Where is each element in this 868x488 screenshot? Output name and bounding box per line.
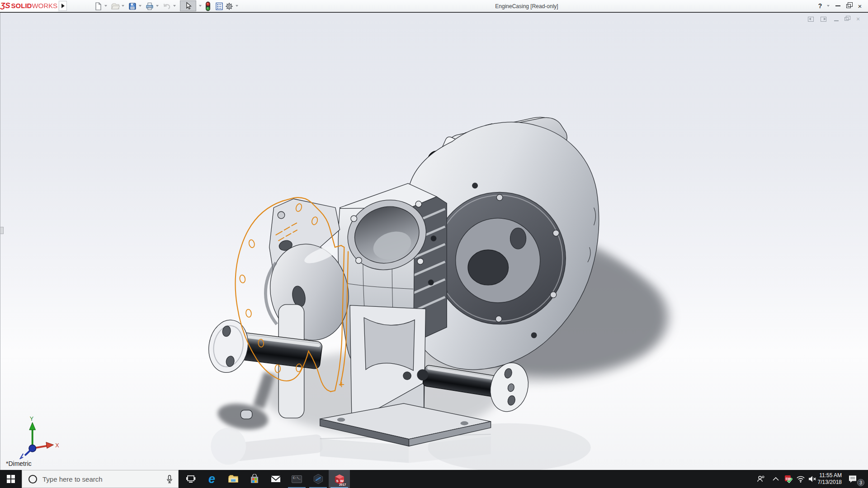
feature-panel-collapsed-tab[interactable] xyxy=(0,227,4,234)
solidworks-status-button[interactable]: SW xyxy=(782,470,795,488)
traffic-light-icon xyxy=(204,1,212,11)
print-button[interactable] xyxy=(145,1,155,11)
select-cursor-icon xyxy=(184,1,193,10)
save-button[interactable] xyxy=(127,1,137,11)
microphone-icon[interactable] xyxy=(166,475,173,484)
axle-shadow xyxy=(216,372,275,433)
doc-minimize-button[interactable] xyxy=(833,15,840,23)
restore-button[interactable] xyxy=(845,2,852,10)
chevron-up-icon xyxy=(773,477,779,481)
command-prompt-icon: C:\_ xyxy=(292,475,302,483)
help-caret[interactable] xyxy=(827,5,830,7)
store-icon xyxy=(250,474,259,484)
search-placeholder: Type here to search xyxy=(42,475,103,483)
print-icon xyxy=(145,2,154,11)
notification-badge: 3 xyxy=(857,479,864,486)
options-button[interactable] xyxy=(224,1,234,11)
people-button[interactable] xyxy=(754,470,768,488)
close-button[interactable]: × xyxy=(856,2,863,10)
doc-close-button[interactable]: × xyxy=(855,15,861,23)
task-view-icon xyxy=(186,475,196,483)
wifi-icon xyxy=(796,475,805,483)
display-pane-button[interactable] xyxy=(214,1,224,11)
mail-button[interactable] xyxy=(265,470,286,488)
hexagon-app-icon xyxy=(313,474,324,484)
clock-time: 11:55 AM xyxy=(819,472,842,479)
gear-icon xyxy=(225,2,234,11)
solidworks-status-icon: SW xyxy=(784,475,793,483)
minimize-icon xyxy=(835,5,840,6)
minimize-button[interactable] xyxy=(834,2,841,10)
new-document-icon xyxy=(94,2,103,11)
triad-y-label: Y xyxy=(30,416,34,422)
people-icon xyxy=(757,475,765,483)
document-title: EngineCasing [Read-only] xyxy=(495,3,558,9)
engine-casing-model: Y X xyxy=(0,13,868,470)
solidworks-logo-text: ƷSSOLIDWORKS xyxy=(0,1,57,10)
triad-x-label: X xyxy=(55,442,59,449)
pane-left-icon xyxy=(809,18,811,20)
start-button[interactable] xyxy=(0,470,22,488)
properties-list-icon xyxy=(215,2,224,11)
solidworks-logo: ƷSSOLIDWORKS xyxy=(0,0,58,12)
view-orientation-label: *Dimetric xyxy=(6,460,32,467)
mail-icon xyxy=(270,475,281,483)
open-caret[interactable] xyxy=(122,5,124,7)
new-caret[interactable] xyxy=(104,5,107,7)
new-button[interactable] xyxy=(93,1,103,11)
hexagon-app-button[interactable] xyxy=(307,470,329,488)
restore-icon xyxy=(846,4,851,8)
edge-button[interactable]: e xyxy=(201,470,222,488)
undo-arrow-icon xyxy=(162,2,171,11)
pane-toggle-right-button[interactable] xyxy=(821,15,826,23)
svg-text:W: W xyxy=(340,479,344,483)
doc-restore-button[interactable] xyxy=(843,15,849,23)
taskbar-search-input[interactable]: Type here to search xyxy=(22,470,179,488)
file-explorer-icon xyxy=(228,474,239,483)
store-button[interactable] xyxy=(244,470,265,488)
title-bar: ƷSSOLIDWORKS xyxy=(0,0,868,12)
doc-minimize-icon xyxy=(834,20,839,21)
command-prompt-button[interactable]: C:\_ xyxy=(286,470,307,488)
solidworks-2017-button[interactable]: S W 2017 xyxy=(329,470,350,488)
open-folder-icon xyxy=(111,2,120,11)
doc-restore-icon xyxy=(844,17,849,21)
save-floppy-icon xyxy=(128,2,137,11)
undo-button[interactable] xyxy=(162,1,172,11)
flyout-arrow-icon xyxy=(61,4,65,8)
open-button[interactable] xyxy=(110,1,120,11)
svg-text:S: S xyxy=(336,479,339,483)
solidworks-logo-mark: ƷS xyxy=(0,1,10,10)
clock-date: 7/13/2018 xyxy=(818,479,842,486)
graphics-viewport[interactable]: Y X × *Dimetric xyxy=(0,13,868,470)
windows-taskbar: Type here to search e xyxy=(0,470,868,488)
stoplight-toggle-button[interactable] xyxy=(203,1,213,11)
select-caret[interactable] xyxy=(199,5,202,7)
pane-right-icon xyxy=(824,18,826,20)
toolbar-flyout-button[interactable] xyxy=(59,1,67,11)
windows-logo-icon xyxy=(7,475,15,483)
action-center-icon xyxy=(848,475,857,483)
file-explorer-button[interactable] xyxy=(222,470,244,488)
hidden-icons-button[interactable] xyxy=(769,470,782,488)
cortana-icon xyxy=(28,475,37,483)
solidworks-2017-icon: S W 2017 xyxy=(334,473,345,485)
save-caret[interactable] xyxy=(139,5,142,7)
orientation-triad-icon: Y X xyxy=(19,416,59,459)
network-button[interactable] xyxy=(795,470,807,488)
task-view-button[interactable] xyxy=(180,470,201,488)
edge-icon: e xyxy=(208,473,215,485)
options-caret[interactable] xyxy=(236,5,238,7)
pane-toggle-left-button[interactable] xyxy=(808,15,814,23)
undo-caret[interactable] xyxy=(173,5,176,7)
left-axle-flange xyxy=(205,317,252,375)
action-center-button[interactable]: 3 xyxy=(844,470,865,488)
select-tool-button[interactable] xyxy=(180,0,196,11)
help-button[interactable]: ? xyxy=(816,2,824,10)
taskbar-clock[interactable]: 11:55 AM 7/13/2018 xyxy=(814,470,843,488)
print-caret[interactable] xyxy=(156,5,159,7)
